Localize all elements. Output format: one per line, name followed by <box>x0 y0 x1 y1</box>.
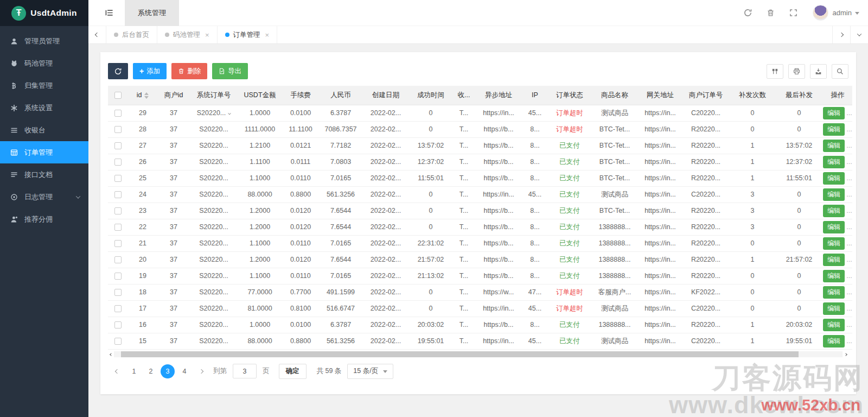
row-checkbox[interactable] <box>114 207 122 214</box>
select-all-checkbox[interactable] <box>114 92 122 99</box>
column-header[interactable]: 订单状态 <box>548 86 591 105</box>
edit-button[interactable]: 编辑 <box>823 156 845 168</box>
menu-toggle-icon[interactable] <box>105 8 114 17</box>
confirm-button[interactable]: 确定 <box>279 364 307 379</box>
column-header[interactable]: 异步地址 <box>476 86 521 105</box>
row-checkbox[interactable] <box>114 142 122 149</box>
prev-page-button[interactable] <box>110 364 124 378</box>
sidebar-item-docs[interactable]: 接口文档 <box>0 163 88 186</box>
columns-icon[interactable] <box>767 64 783 79</box>
column-header[interactable]: 创建日期 <box>362 86 410 105</box>
column-header[interactable]: USDT金额 <box>238 86 282 105</box>
user-menu[interactable]: admin <box>833 9 859 17</box>
column-header[interactable]: 补发次数 <box>730 86 775 105</box>
edit-button[interactable]: 编辑 <box>823 302 845 315</box>
column-header[interactable]: 商户id <box>158 86 189 105</box>
close-icon[interactable]: × <box>205 31 209 39</box>
row-checkbox[interactable] <box>114 224 122 231</box>
search-icon[interactable] <box>832 64 848 79</box>
edit-button[interactable]: 编辑 <box>823 319 845 331</box>
add-button[interactable]: + 添加 <box>133 63 167 79</box>
fullscreen-icon[interactable] <box>782 9 805 17</box>
tab-orders[interactable]: 订单管理× <box>218 26 278 43</box>
horizontal-scrollbar[interactable] <box>108 351 848 358</box>
column-header[interactable]: 人民币 <box>320 86 362 105</box>
column-header[interactable]: 收... <box>452 86 476 105</box>
row-checkbox[interactable] <box>114 273 122 280</box>
page-button-4[interactable]: 4 <box>177 364 192 378</box>
cell-order-no: S20220... <box>189 186 238 203</box>
row-checkbox[interactable] <box>114 110 122 117</box>
edit-button[interactable]: 编辑 <box>823 335 845 348</box>
page-button-2[interactable]: 2 <box>144 364 158 378</box>
refresh-icon[interactable] <box>737 9 760 17</box>
tabs-scroll-left[interactable] <box>88 26 106 43</box>
row-checkbox[interactable] <box>114 159 122 166</box>
page-size-select[interactable]: 15 条/页 <box>347 364 393 379</box>
column-header[interactable]: 操作 <box>823 86 852 105</box>
column-header[interactable]: 成功时间 <box>410 86 452 105</box>
column-header[interactable]: 网关地址 <box>639 86 682 105</box>
sidebar-item-admin[interactable]: 管理员管理 <box>0 30 88 52</box>
edit-button[interactable]: 编辑 <box>823 237 845 250</box>
sidebar-item-collect[interactable]: 归集管理 <box>0 74 88 97</box>
edit-button[interactable]: 编辑 <box>823 123 845 136</box>
sort-icon[interactable] <box>144 92 149 99</box>
row-checkbox[interactable] <box>114 126 122 133</box>
edit-button[interactable]: 编辑 <box>823 286 845 299</box>
edit-button[interactable]: 编辑 <box>823 270 845 282</box>
download-icon[interactable] <box>810 64 827 79</box>
row-checkbox[interactable] <box>114 256 122 263</box>
column-header[interactable]: IP <box>521 86 548 105</box>
column-header[interactable]: 商户订单号 <box>682 86 730 105</box>
delete-button[interactable]: 删除 <box>171 63 207 79</box>
scrollbar-thumb[interactable] <box>121 351 799 357</box>
row-checkbox[interactable] <box>114 240 122 247</box>
clear-cache-icon[interactable] <box>760 9 782 17</box>
next-page-button[interactable] <box>194 364 208 378</box>
edit-button[interactable]: 编辑 <box>823 107 845 119</box>
collect-icon <box>10 82 18 90</box>
page-jump-input[interactable] <box>233 364 257 378</box>
export-button[interactable]: 导出 <box>212 63 248 79</box>
close-icon[interactable]: × <box>265 31 270 39</box>
column-header[interactable]: 最后补发 <box>775 86 823 105</box>
page-button-3[interactable]: 3 <box>161 364 175 378</box>
column-header[interactable]: 手续费 <box>282 86 320 105</box>
sidebar-item-settings[interactable]: 系统设置 <box>0 97 88 119</box>
column-header[interactable]: 系统订单号 <box>189 86 238 105</box>
edit-button[interactable]: 编辑 <box>823 254 845 266</box>
sidebar-item-logs[interactable]: 日志管理 <box>0 186 88 208</box>
scroll-right-arrow[interactable] <box>843 353 848 356</box>
cell-order-no: S20220... <box>189 219 238 235</box>
tab-home[interactable]: 后台首页 <box>106 26 157 43</box>
scrollbar-track[interactable] <box>114 351 843 357</box>
edit-button[interactable]: 编辑 <box>823 172 845 185</box>
expand-icon[interactable] <box>228 112 231 115</box>
sidebar-item-pool[interactable]: 码池管理 <box>0 52 88 74</box>
topnav-item-system[interactable]: 系统管理 <box>125 0 179 26</box>
row-checkbox[interactable] <box>114 289 122 296</box>
sidebar-item-orders[interactable]: 订单管理 <box>0 141 88 163</box>
column-header[interactable]: 商品名称 <box>591 86 639 105</box>
edit-button[interactable]: 编辑 <box>823 188 845 201</box>
row-checkbox[interactable] <box>114 175 122 182</box>
tabs-menu[interactable] <box>850 26 868 43</box>
refresh-table-button[interactable] <box>108 63 128 79</box>
row-checkbox[interactable] <box>114 305 122 312</box>
scroll-left-arrow[interactable] <box>108 353 114 356</box>
row-checkbox[interactable] <box>114 338 122 345</box>
edit-button[interactable]: 编辑 <box>823 205 845 217</box>
row-checkbox[interactable] <box>114 321 122 328</box>
user-avatar[interactable] <box>813 5 828 21</box>
print-icon[interactable] <box>788 64 805 79</box>
tab-pool[interactable]: 码池管理× <box>157 26 218 43</box>
edit-button[interactable]: 编辑 <box>823 221 845 233</box>
column-header[interactable]: id <box>127 86 158 105</box>
tabs-scroll-right[interactable] <box>832 26 850 43</box>
page-button-1[interactable]: 1 <box>127 364 141 378</box>
edit-button[interactable]: 编辑 <box>823 140 845 152</box>
row-checkbox[interactable] <box>114 191 122 198</box>
sidebar-item-referral[interactable]: 推荐分佣 <box>0 208 88 230</box>
sidebar-item-cashier[interactable]: 收银台 <box>0 119 88 141</box>
